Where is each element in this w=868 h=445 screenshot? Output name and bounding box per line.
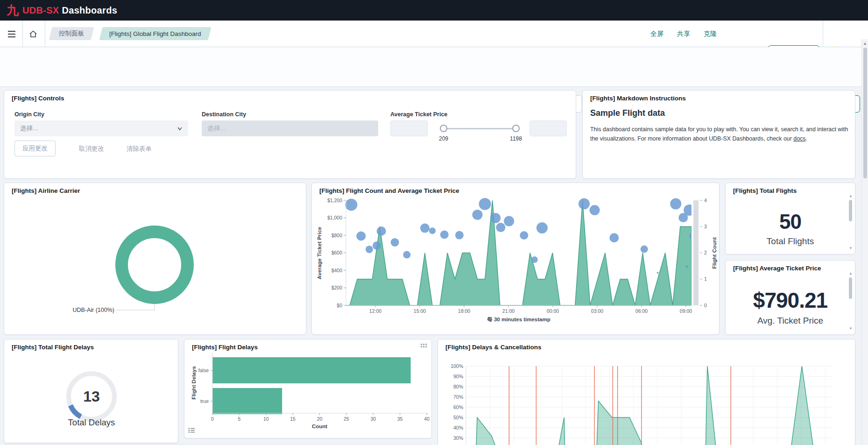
svg-text:$1,200: $1,200 bbox=[327, 198, 342, 203]
price-slider-handle-min[interactable] bbox=[440, 125, 447, 132]
svg-text:90%: 90% bbox=[453, 374, 463, 379]
total-flights-value: 50 bbox=[726, 210, 855, 233]
svg-text:$1,000: $1,000 bbox=[327, 215, 342, 220]
panel-scrollbar[interactable]: ▲▼ bbox=[848, 194, 854, 250]
svg-text:Count: Count bbox=[312, 424, 327, 429]
svg-text:09:00: 09:00 bbox=[680, 308, 692, 314]
clone-button[interactable]: 克隆 bbox=[704, 30, 717, 38]
svg-text:$600: $600 bbox=[332, 250, 343, 255]
breadcrumb-current-dashboard[interactable]: [Flights] Global Flight Dashboard bbox=[99, 27, 212, 40]
panel-markdown-instructions: [Flights] Markdown Instructions Sample F… bbox=[582, 90, 855, 179]
svg-text:30%: 30% bbox=[453, 435, 463, 441]
svg-text:UDB-Air (100%): UDB-Air (100%) bbox=[72, 307, 114, 313]
price-max-input bbox=[529, 120, 567, 136]
divider bbox=[22, 21, 23, 47]
share-button[interactable]: 共享 bbox=[677, 30, 690, 38]
svg-text:0: 0 bbox=[704, 303, 707, 308]
panel-title: [Flights] Controls bbox=[12, 95, 64, 102]
svg-text:Average Ticket Price: Average Ticket Price bbox=[317, 227, 322, 280]
panel-flight-count-avg-price: [Flights] Flight Count and Average Ticke… bbox=[311, 183, 720, 335]
svg-text:15: 15 bbox=[290, 416, 296, 422]
panel-title: [Flights] Flight Count and Average Ticke… bbox=[319, 187, 459, 194]
total-delays-gauge-chart[interactable]: 13Total Delays bbox=[4, 339, 178, 443]
svg-text:true: true bbox=[200, 398, 209, 404]
svg-text:15:00: 15:00 bbox=[414, 308, 426, 314]
panel-title: [Flights] Delays & Cancellations bbox=[445, 344, 542, 351]
page-scrollbar[interactable]: ▲ bbox=[861, 39, 868, 445]
svg-text:Flight Delays: Flight Delays bbox=[191, 366, 197, 400]
flight-delays-bar-chart[interactable]: falsetrue0510152025303540CountFlight Del… bbox=[184, 339, 431, 433]
divider bbox=[45, 21, 45, 47]
markdown-heading: Sample Flight data bbox=[590, 108, 665, 118]
price-min-input bbox=[390, 120, 428, 136]
svg-text:50%: 50% bbox=[453, 415, 463, 420]
app-header: 九 UDB-SXDashboards bbox=[0, 0, 868, 21]
svg-text:5: 5 bbox=[238, 416, 240, 422]
avg-ticket-price-label: Avg. Ticket Price bbox=[726, 316, 855, 326]
apply-changes-button[interactable]: 应用更改 bbox=[14, 141, 56, 156]
menu-icon[interactable] bbox=[6, 28, 18, 40]
scroll-up-arrow-icon[interactable]: ▲ bbox=[862, 41, 868, 46]
price-slider-handle-max[interactable] bbox=[512, 125, 520, 132]
svg-text:Total Delays: Total Delays bbox=[68, 417, 115, 427]
svg-text:00:00: 00:00 bbox=[547, 308, 559, 314]
panel-title: [Flights] Average Ticket Price bbox=[733, 265, 821, 272]
svg-text:35: 35 bbox=[397, 416, 403, 422]
total-flights-label: Total Flights bbox=[726, 236, 855, 247]
svg-text:每 30 minutes timestamp: 每 30 minutes timestamp bbox=[487, 317, 550, 322]
scrollbar-thumb[interactable] bbox=[863, 48, 867, 178]
cancel-changes-button[interactable]: 取消更改 bbox=[79, 145, 104, 153]
avg-ticket-price-label: Average Ticket Price bbox=[390, 111, 447, 118]
origin-city-label: Origin City bbox=[14, 111, 44, 118]
svg-text:$0: $0 bbox=[337, 303, 342, 308]
svg-text:70%: 70% bbox=[453, 394, 463, 400]
svg-text:Flight Count: Flight Count bbox=[712, 237, 717, 269]
panel-airline-carrier: [Flights] Airline Carrier UDB-Air (100%) bbox=[4, 183, 306, 335]
panel-title: [Flights] Airline Carrier bbox=[12, 187, 80, 194]
breadcrumb-dashboards[interactable]: 控制面板 bbox=[49, 27, 94, 40]
panel-controls: [Flights] Controls Origin City 选择... Des… bbox=[4, 90, 576, 179]
svg-text:100%: 100% bbox=[451, 363, 463, 369]
panel-title: [Flights] Markdown Instructions bbox=[590, 95, 686, 102]
home-icon[interactable] bbox=[27, 28, 39, 40]
svg-text:60%: 60% bbox=[453, 404, 463, 410]
svg-text:06:00: 06:00 bbox=[635, 308, 648, 314]
svg-text:21:00: 21:00 bbox=[502, 308, 515, 314]
flight-count-avg-price-chart[interactable]: $0$200$400$600$800$1,000$1,20012:0015:00… bbox=[312, 183, 719, 334]
svg-text:10: 10 bbox=[263, 416, 269, 422]
svg-text:40: 40 bbox=[424, 416, 430, 422]
svg-text:30: 30 bbox=[370, 416, 376, 422]
svg-text:2: 2 bbox=[704, 250, 707, 255]
panel-total-flight-delays: [Flights] Total Flight Delays 13Total De… bbox=[4, 339, 178, 443]
avg-ticket-price-value: $790.21 bbox=[726, 288, 855, 313]
svg-text:80%: 80% bbox=[453, 384, 463, 389]
svg-text:1: 1 bbox=[704, 276, 707, 282]
airline-carrier-donut-chart[interactable]: UDB-Air (100%) bbox=[4, 183, 306, 334]
svg-text:25: 25 bbox=[344, 416, 349, 422]
legend-toggle-icon[interactable] bbox=[188, 427, 195, 435]
fullscreen-button[interactable]: 全屏 bbox=[650, 30, 663, 38]
svg-text:3: 3 bbox=[704, 224, 707, 229]
svg-text:$800: $800 bbox=[332, 233, 343, 238]
svg-text:0: 0 bbox=[211, 416, 214, 422]
clear-form-button[interactable]: 清除表单 bbox=[127, 145, 152, 153]
svg-text:20: 20 bbox=[317, 416, 323, 422]
destination-city-label: Destination City bbox=[202, 111, 246, 118]
panel-menu-icon[interactable] bbox=[420, 343, 427, 352]
panel-total-flights: [Flights] Total Flights 50 Total Flights… bbox=[725, 183, 855, 254]
panel-flight-delays: [Flights] Flight Delays falsetrue0510152… bbox=[184, 339, 432, 438]
panel-title: [Flights] Total Flights bbox=[733, 187, 797, 194]
panel-scrollbar[interactable]: ▲▼ bbox=[848, 272, 854, 331]
docs-link[interactable]: docs bbox=[793, 135, 805, 142]
markdown-body: This dashboard contains sample data for … bbox=[590, 125, 850, 143]
divider bbox=[823, 21, 823, 47]
price-min-value: 209 bbox=[439, 135, 448, 142]
destination-city-select: 选择... bbox=[202, 120, 378, 136]
svg-text:18:00: 18:00 bbox=[458, 308, 470, 314]
svg-text:4: 4 bbox=[704, 198, 707, 203]
panel-title: [Flights] Flight Delays bbox=[192, 344, 258, 351]
origin-city-select[interactable]: 选择... bbox=[14, 120, 188, 136]
panel-delays-cancellations: [Flights] Delays & Cancellations 100%90%… bbox=[438, 339, 855, 445]
price-slider-track bbox=[442, 128, 518, 129]
delays-cancellations-area-chart[interactable]: 100%90%80%70%60%50%40%30%20%10%0% bbox=[438, 339, 855, 445]
